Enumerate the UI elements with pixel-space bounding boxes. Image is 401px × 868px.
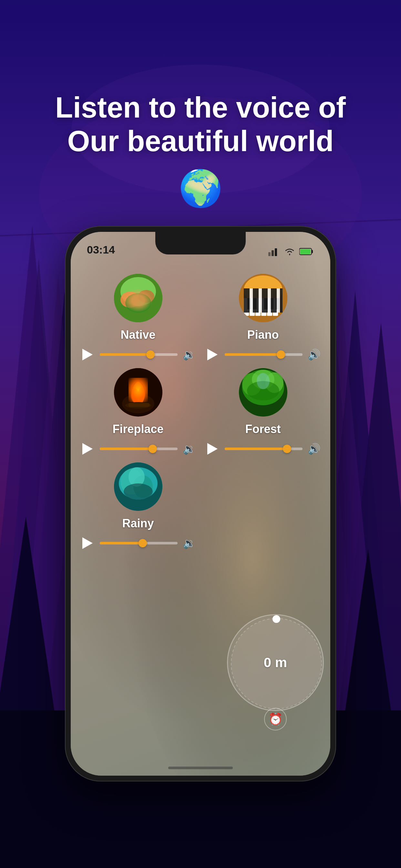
forest-thumbnail bbox=[239, 368, 287, 416]
svg-point-62 bbox=[257, 373, 270, 389]
fireplace-art bbox=[114, 368, 162, 416]
piano-thumbnail bbox=[239, 274, 287, 322]
svg-rect-24 bbox=[272, 250, 274, 256]
native-slider-fill bbox=[100, 353, 150, 356]
native-volume-icon[interactable]: 🔉 bbox=[183, 348, 196, 361]
svg-point-32 bbox=[138, 290, 154, 303]
svg-rect-25 bbox=[275, 248, 277, 256]
native-play-button[interactable] bbox=[81, 347, 95, 362]
sound-card-forest: Forest 🔊 bbox=[205, 368, 320, 456]
fireplace-label: Fireplace bbox=[112, 423, 163, 436]
rainy-thumbnail bbox=[114, 462, 162, 511]
sound-card-rainy: Rainy 🔉 bbox=[81, 462, 196, 550]
svg-rect-39 bbox=[261, 298, 266, 316]
svg-rect-44 bbox=[264, 298, 268, 309]
home-indicator[interactable] bbox=[168, 767, 233, 769]
signal-icon bbox=[268, 247, 280, 256]
forest-slider-fill bbox=[225, 447, 287, 450]
forest-play-icon bbox=[207, 443, 218, 455]
svg-point-53 bbox=[138, 388, 145, 401]
native-thumbnail bbox=[114, 274, 162, 322]
phone-mockup: 03:14 bbox=[65, 226, 336, 781]
piano-play-icon bbox=[207, 349, 218, 361]
native-slider-track[interactable] bbox=[100, 353, 178, 356]
piano-volume-icon[interactable]: 🔊 bbox=[308, 348, 320, 361]
svg-rect-38 bbox=[255, 298, 260, 316]
rainy-controls[interactable]: 🔉 bbox=[81, 536, 196, 550]
sound-card-piano: Piano 🔊 bbox=[205, 274, 320, 362]
status-icons bbox=[268, 247, 314, 256]
piano-play-button[interactable] bbox=[205, 347, 220, 362]
piano-slider-thumb[interactable] bbox=[277, 350, 285, 359]
timer-display: 0 m bbox=[264, 655, 287, 671]
svg-point-51 bbox=[135, 383, 141, 396]
fireplace-volume-icon[interactable]: 🔉 bbox=[183, 443, 196, 455]
piano-slider-fill bbox=[225, 353, 281, 356]
forest-art bbox=[239, 368, 287, 416]
fireplace-slider-track[interactable] bbox=[100, 447, 178, 450]
headline-line1: Listen to the voice of bbox=[55, 91, 346, 124]
svg-rect-40 bbox=[267, 298, 272, 316]
forest-play-button[interactable] bbox=[205, 442, 220, 456]
native-play-icon bbox=[82, 349, 93, 361]
forest-volume-icon[interactable]: 🔊 bbox=[308, 443, 320, 455]
svg-rect-36 bbox=[244, 298, 249, 316]
rainy-slider-fill bbox=[100, 542, 143, 545]
battery-icon bbox=[299, 247, 314, 256]
svg-rect-46 bbox=[276, 298, 279, 309]
fireplace-slider-thumb[interactable] bbox=[149, 445, 157, 453]
svg-point-50 bbox=[134, 382, 143, 400]
rainy-slider-track[interactable] bbox=[100, 542, 178, 545]
rainy-play-button[interactable] bbox=[81, 536, 95, 550]
phone-screen: 03:14 bbox=[71, 232, 330, 776]
fireplace-play-icon bbox=[82, 443, 93, 455]
fireplace-controls[interactable]: 🔉 bbox=[81, 442, 196, 456]
piano-slider-track[interactable] bbox=[225, 353, 303, 356]
native-slider-thumb[interactable] bbox=[146, 350, 155, 359]
svg-rect-37 bbox=[250, 298, 255, 316]
svg-rect-28 bbox=[300, 249, 310, 254]
wifi-icon bbox=[284, 247, 296, 256]
svg-point-49 bbox=[132, 383, 145, 405]
fireplace-slider-fill bbox=[100, 447, 153, 450]
timer-alarm-button[interactable]: ⏰ bbox=[264, 708, 287, 731]
svg-rect-23 bbox=[268, 252, 271, 256]
timer-alarm-icon: ⏰ bbox=[268, 712, 283, 726]
fireplace-play-button[interactable] bbox=[81, 442, 95, 456]
headline: Listen to the voice of Our beautiful wor… bbox=[29, 91, 372, 158]
rainy-slider-thumb[interactable] bbox=[138, 539, 147, 547]
svg-point-52 bbox=[131, 389, 139, 403]
svg-rect-45 bbox=[270, 298, 274, 309]
svg-point-70 bbox=[273, 615, 280, 623]
sound-card-fireplace: Fireplace 🔉 bbox=[81, 368, 196, 456]
svg-rect-55 bbox=[128, 403, 150, 407]
timer-overlay[interactable]: 0 m ⏰ bbox=[227, 614, 324, 711]
svg-point-35 bbox=[244, 275, 282, 305]
sound-card-native: Native 🔉 bbox=[81, 274, 196, 362]
piano-label: Piano bbox=[247, 328, 279, 342]
svg-point-31 bbox=[120, 291, 140, 308]
piano-controls[interactable]: 🔊 bbox=[205, 347, 320, 362]
forest-label: Forest bbox=[245, 423, 281, 436]
rainy-label: Rainy bbox=[122, 517, 154, 530]
status-time: 03:14 bbox=[87, 244, 115, 256]
rainy-art bbox=[114, 462, 162, 511]
native-label: Native bbox=[120, 328, 155, 342]
piano-art bbox=[239, 274, 287, 322]
globe-emoji: 🌍 bbox=[179, 167, 223, 209]
phone-notch bbox=[155, 232, 246, 254]
fireplace-thumbnail bbox=[114, 368, 162, 416]
phone-content: Native 🔉 bbox=[71, 261, 330, 776]
native-controls[interactable]: 🔉 bbox=[81, 347, 196, 362]
svg-point-33 bbox=[125, 293, 151, 313]
svg-point-30 bbox=[120, 277, 156, 306]
svg-rect-41 bbox=[273, 298, 278, 316]
timer-circle[interactable]: 0 m bbox=[227, 614, 324, 711]
svg-rect-42 bbox=[247, 298, 251, 309]
forest-controls[interactable]: 🔊 bbox=[205, 442, 320, 456]
rainy-volume-icon[interactable]: 🔉 bbox=[183, 537, 196, 549]
forest-slider-track[interactable] bbox=[225, 447, 303, 450]
rainy-play-icon bbox=[82, 537, 93, 549]
forest-slider-thumb[interactable] bbox=[283, 445, 291, 453]
svg-point-68 bbox=[124, 484, 153, 500]
